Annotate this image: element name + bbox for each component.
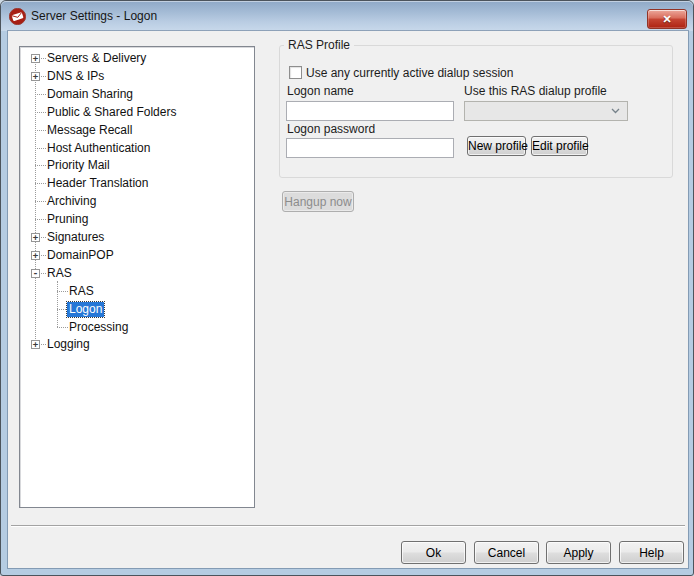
expand-plus-icon[interactable]: +	[31, 251, 40, 260]
edit-profile-button[interactable]: Edit profile	[531, 136, 588, 156]
tree-item-dns-ips[interactable]: +DNS & IPs	[20, 68, 254, 85]
tree-subitem-logon[interactable]: Logon	[20, 301, 254, 318]
expand-plus-icon[interactable]: +	[31, 233, 40, 242]
footer-divider	[11, 525, 685, 527]
server-settings-dialog: Server Settings - Logon ✕ +Servers & Del…	[0, 0, 694, 576]
logon-password-input[interactable]	[286, 138, 454, 158]
close-icon: ✕	[662, 14, 671, 25]
apply-button[interactable]: Apply	[546, 541, 611, 564]
ras-dialup-profile-select[interactable]	[464, 101, 628, 121]
logon-name-label: Logon name	[287, 84, 354, 98]
tree-item-label: RAS	[45, 266, 74, 281]
tree-item-label: Logon	[67, 302, 104, 317]
tree-item-public-shared-folders[interactable]: Public & Shared Folders	[20, 104, 254, 121]
tree-item-domain-sharing[interactable]: Domain Sharing	[20, 86, 254, 103]
logon-name-input[interactable]	[286, 101, 454, 121]
checkbox-label: Use any currently active dialup session	[306, 66, 513, 80]
help-button[interactable]: Help	[619, 541, 684, 564]
expand-plus-icon[interactable]: +	[31, 54, 40, 63]
tree-item-label: Header Translation	[45, 176, 150, 191]
tree-item-label: Archiving	[45, 194, 98, 209]
tree-item-header-translation[interactable]: Header Translation	[20, 175, 254, 192]
tree-item-priority-mail[interactable]: Priority Mail	[20, 157, 254, 174]
tree-item-label: Pruning	[45, 212, 90, 227]
tree-item-pruning[interactable]: Pruning	[20, 211, 254, 228]
tree-subitem-ras[interactable]: RAS	[20, 283, 254, 300]
close-button[interactable]: ✕	[647, 9, 687, 29]
expand-plus-icon[interactable]: +	[31, 340, 40, 349]
tree-item-label: Message Recall	[45, 123, 134, 138]
tree-subitem-processing[interactable]: Processing	[20, 319, 254, 336]
settings-tree: +Servers & Delivery+DNS & IPsDomain Shar…	[19, 46, 255, 508]
tree-item-label: Processing	[67, 320, 130, 335]
tree-item-label: DNS & IPs	[45, 69, 106, 84]
window-title: Server Settings - Logon	[31, 1, 157, 31]
tree-item-domainpop[interactable]: +DomainPOP	[20, 247, 254, 264]
tree-item-archiving[interactable]: Archiving	[20, 193, 254, 210]
collapse-minus-icon[interactable]: -	[31, 269, 40, 278]
tree-item-logging[interactable]: +Logging	[20, 336, 254, 353]
tree-item-label: Servers & Delivery	[45, 51, 148, 66]
tree-item-label: Signatures	[45, 230, 106, 245]
new-profile-button[interactable]: New profile	[467, 136, 526, 156]
ok-button[interactable]: Ok	[401, 541, 466, 564]
title-bar[interactable]: Server Settings - Logon ✕	[1, 1, 693, 31]
tree-item-label: Priority Mail	[45, 158, 112, 173]
tree-item-message-recall[interactable]: Message Recall	[20, 122, 254, 139]
tree-item-label: Logging	[45, 337, 92, 352]
logon-password-label: Logon password	[287, 122, 375, 136]
tree-item-label: Host Authentication	[45, 141, 152, 156]
tree-item-label: DomainPOP	[45, 248, 116, 263]
chevron-down-icon	[611, 108, 620, 114]
ras-dialup-profile-label: Use this RAS dialup profile	[464, 84, 607, 98]
tree-item-label: RAS	[67, 284, 96, 299]
tree-item-label: Public & Shared Folders	[45, 105, 178, 120]
mdaemon-logo-icon	[9, 8, 26, 25]
tree-item-signatures[interactable]: +Signatures	[20, 229, 254, 246]
cancel-button[interactable]: Cancel	[474, 541, 539, 564]
tree-item-ras[interactable]: -RAS	[20, 265, 254, 282]
hangup-now-button[interactable]: Hangup now	[282, 191, 354, 212]
expand-plus-icon[interactable]: +	[31, 72, 40, 81]
tree-item-label: Domain Sharing	[45, 87, 135, 102]
group-title: RAS Profile	[284, 38, 354, 52]
active-dialup-session-checkbox[interactable]	[289, 66, 302, 79]
tree-item-host-authentication[interactable]: Host Authentication	[20, 140, 254, 157]
tree-item-servers-delivery[interactable]: +Servers & Delivery	[20, 50, 254, 67]
